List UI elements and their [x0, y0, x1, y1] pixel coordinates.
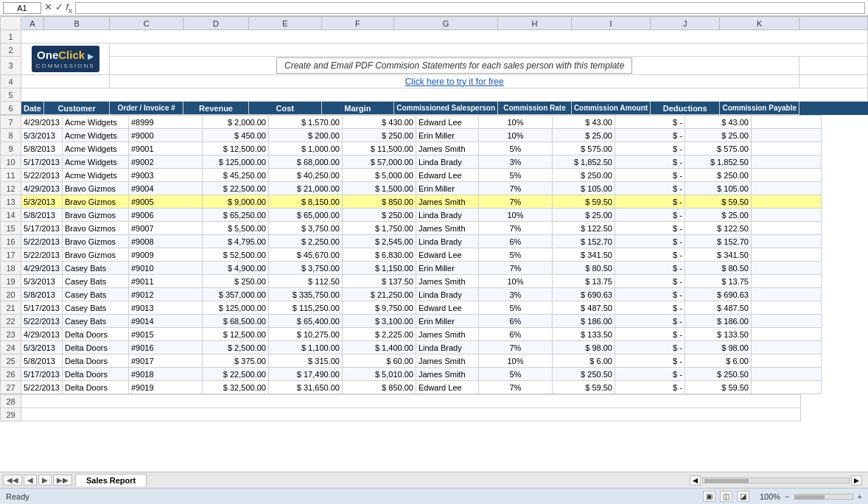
cell-deductions-21[interactable]: $ - — [615, 301, 685, 315]
cell-amount-11[interactable]: $ 250.00 — [552, 169, 615, 182]
cell-cost-12[interactable]: $ 21,000.00 — [268, 182, 342, 195]
cell-deductions-7[interactable]: $ - — [615, 116, 685, 129]
cell-margin-25[interactable]: $ 60.00 — [342, 354, 416, 368]
tab-last-button[interactable]: ▶▶ — [53, 475, 72, 486]
cell-margin-7[interactable]: $ 430.00 — [342, 116, 416, 129]
cell-revenue-10[interactable]: $ 125,000.00 — [202, 155, 268, 169]
cell-rate-17[interactable]: 5% — [478, 248, 552, 262]
cell-payable-12[interactable]: $ 105.00 — [685, 182, 751, 195]
cell-salesperson-19[interactable]: James Smith — [416, 275, 478, 288]
cell-date-25[interactable]: 5/8/2013 — [21, 354, 63, 368]
cell-cost-9[interactable]: $ 1,000.00 — [268, 142, 342, 155]
cell-customer-26[interactable]: Delta Doors — [62, 368, 128, 381]
cell-invoice-14[interactable]: #9006 — [128, 209, 202, 222]
cell-payable-22[interactable]: $ 186.00 — [685, 315, 751, 328]
tab-first-button[interactable]: ◀◀ — [3, 475, 22, 486]
cell-deductions-14[interactable]: $ - — [615, 209, 685, 222]
cell-invoice-15[interactable]: #9007 — [128, 222, 202, 235]
cell-deductions-11[interactable]: $ - — [615, 169, 685, 182]
cell-deductions-27[interactable]: $ - — [615, 381, 685, 394]
cell-customer-10[interactable]: Acme Widgets — [62, 155, 128, 169]
cell-customer-8[interactable]: Acme Widgets — [62, 129, 128, 142]
cell-margin-13[interactable]: $ 850.00 — [342, 195, 416, 209]
cell-customer-20[interactable]: Casey Bats — [62, 288, 128, 301]
cell-cost-25[interactable]: $ 315.00 — [268, 354, 342, 368]
cell-salesperson-17[interactable]: Edward Lee — [416, 248, 478, 262]
cell-salesperson-15[interactable]: James Smith — [416, 222, 478, 235]
cell-date-17[interactable]: 5/22/2013 — [21, 248, 63, 262]
zoom-slider-thumb[interactable] — [795, 495, 825, 500]
cell-salesperson-24[interactable]: Linda Brady — [416, 341, 478, 354]
cell-deductions-26[interactable]: $ - — [615, 368, 685, 381]
cell-deductions-25[interactable]: $ - — [615, 354, 685, 368]
cell-revenue-26[interactable]: $ 22,500.00 — [202, 368, 268, 381]
cell-salesperson-23[interactable]: James Smith — [416, 328, 478, 341]
cell-cost-18[interactable]: $ 3,750.00 — [268, 262, 342, 275]
horizontal-scrollbar[interactable] — [702, 477, 850, 483]
col-header-d[interactable]: D — [183, 17, 248, 30]
cell-rate-10[interactable]: 3% — [478, 155, 552, 169]
tab-prev-button[interactable]: ◀ — [24, 475, 37, 486]
cell-rate-11[interactable]: 5% — [478, 169, 552, 182]
cell-rate-12[interactable]: 7% — [478, 182, 552, 195]
cell-rate-23[interactable]: 6% — [478, 328, 552, 341]
cell-revenue-8[interactable]: $ 450.00 — [202, 129, 268, 142]
cell-salesperson-22[interactable]: Erin Miller — [416, 315, 478, 328]
cell-amount-26[interactable]: $ 250.50 — [552, 368, 615, 381]
cell-salesperson-8[interactable]: Erin Miller — [416, 129, 478, 142]
cell-deductions-16[interactable]: $ - — [615, 235, 685, 248]
cell-invoice-23[interactable]: #9015 — [128, 328, 202, 341]
cell-revenue-22[interactable]: $ 68,500.00 — [202, 315, 268, 328]
col-header-e[interactable]: E — [249, 17, 321, 30]
cell-cost-8[interactable]: $ 200.00 — [268, 129, 342, 142]
cell-amount-8[interactable]: $ 25.00 — [552, 129, 615, 142]
cell-margin-8[interactable]: $ 250.00 — [342, 129, 416, 142]
cell-date-11[interactable]: 5/22/2013 — [21, 169, 63, 182]
cell-date-20[interactable]: 5/8/2013 — [21, 288, 63, 301]
cell-invoice-8[interactable]: #9000 — [128, 129, 202, 142]
cell-amount-13[interactable]: $ 59.50 — [552, 195, 615, 209]
col-header-a[interactable]: A — [21, 17, 44, 30]
cell-payable-10[interactable]: $ 1,852.50 — [685, 155, 751, 169]
cell-date-8[interactable]: 5/3/2013 — [21, 129, 63, 142]
cell-invoice-18[interactable]: #9010 — [128, 262, 202, 275]
cell-revenue-11[interactable]: $ 45,250.00 — [202, 169, 268, 182]
cell-payable-19[interactable]: $ 13.75 — [685, 275, 751, 288]
cell-customer-25[interactable]: Delta Doors — [62, 354, 128, 368]
cell-invoice-27[interactable]: #9019 — [128, 381, 202, 394]
tab-nav-buttons[interactable]: ◀◀ ◀ ▶ ▶▶ — [0, 475, 75, 486]
cell-revenue-13[interactable]: $ 9,000.00 — [202, 195, 268, 209]
cell-payable-25[interactable]: $ 6.00 — [685, 354, 751, 368]
cell-revenue-25[interactable]: $ 375.00 — [202, 354, 268, 368]
cell-invoice-21[interactable]: #9013 — [128, 301, 202, 315]
cell-invoice-19[interactable]: #9011 — [128, 275, 202, 288]
cell-rate-13[interactable]: 7% — [478, 195, 552, 209]
cell-payable-23[interactable]: $ 133.50 — [685, 328, 751, 341]
cell-revenue-18[interactable]: $ 4,900.00 — [202, 262, 268, 275]
cell-amount-10[interactable]: $ 1,852.50 — [552, 155, 615, 169]
cell-cost-10[interactable]: $ 68,000.00 — [268, 155, 342, 169]
cell-cost-17[interactable]: $ 45,670.00 — [268, 248, 342, 262]
cell-revenue-9[interactable]: $ 12,500.00 — [202, 142, 268, 155]
cell-invoice-17[interactable]: #9009 — [128, 248, 202, 262]
cell-customer-11[interactable]: Acme Widgets — [62, 169, 128, 182]
cell-rate-7[interactable]: 10% — [478, 116, 552, 129]
cell-deductions-22[interactable]: $ - — [615, 315, 685, 328]
col-header-b[interactable]: B — [43, 17, 109, 30]
cell-date-7[interactable]: 4/29/2013 — [21, 116, 63, 129]
cell-customer-22[interactable]: Casey Bats — [62, 315, 128, 328]
cell-margin-12[interactable]: $ 1,500.00 — [342, 182, 416, 195]
cell-date-18[interactable]: 4/29/2013 — [21, 262, 63, 275]
cell-invoice-22[interactable]: #9014 — [128, 315, 202, 328]
sheet-tab-sales-report[interactable]: Sales Report — [75, 474, 147, 486]
cell-date-22[interactable]: 5/22/2013 — [21, 315, 63, 328]
cell-a1[interactable] — [21, 30, 868, 43]
cell-payable-20[interactable]: $ 690.63 — [685, 288, 751, 301]
cell-date-16[interactable]: 5/22/2013 — [21, 235, 63, 248]
cell-payable-24[interactable]: $ 98.00 — [685, 341, 751, 354]
scroll-right-button[interactable]: ▶ — [851, 475, 862, 486]
cell-revenue-12[interactable]: $ 22,500.00 — [202, 182, 268, 195]
cell-amount-23[interactable]: $ 133.50 — [552, 328, 615, 341]
cell-rate-18[interactable]: 7% — [478, 262, 552, 275]
cell-amount-7[interactable]: $ 43.00 — [552, 116, 615, 129]
